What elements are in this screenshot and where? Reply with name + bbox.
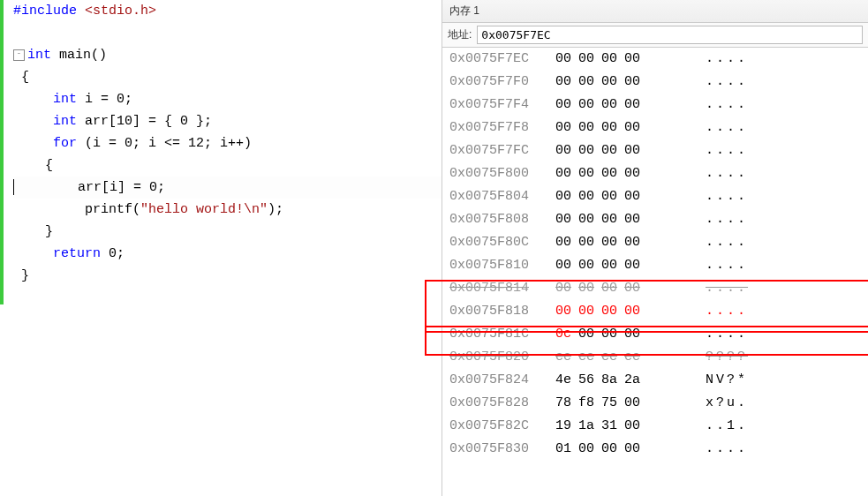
arr-assign-line: arr[i] = 0; bbox=[14, 180, 165, 195]
memory-row: 0x0075F81800000000.... bbox=[442, 300, 868, 323]
memory-ascii: .... bbox=[706, 185, 748, 208]
memory-address: 0x0075F808 bbox=[449, 208, 555, 231]
memory-address: 0x0075F820 bbox=[449, 346, 555, 369]
memory-bytes: 00000000 bbox=[555, 48, 706, 71]
type-kw: int bbox=[27, 48, 51, 63]
memory-row: 0x0075F80000000000.... bbox=[442, 162, 868, 185]
memory-ascii: .... bbox=[706, 162, 748, 185]
memory-bytes: 01000000 bbox=[555, 438, 706, 461]
type-kw: int bbox=[53, 92, 77, 107]
memory-address: 0x0075F80C bbox=[449, 231, 555, 254]
memory-ascii: .... bbox=[706, 208, 748, 231]
change-marker bbox=[0, 0, 4, 304]
memory-ascii: NV?* bbox=[706, 369, 748, 392]
memory-bytes: 191a3100 bbox=[555, 415, 706, 438]
memory-address: 0x0075F824 bbox=[449, 369, 555, 392]
memory-address: 0x0075F818 bbox=[449, 300, 555, 323]
memory-address: 0x0075F7F4 bbox=[449, 94, 555, 116]
memory-row: 0x0075F81400000000.... bbox=[442, 277, 868, 300]
memory-ascii: .... bbox=[706, 231, 748, 254]
memory-row: 0x0075F7F000000000.... bbox=[442, 71, 868, 94]
memory-bytes: 00000000 bbox=[555, 277, 706, 300]
memory-bytes: 4e568a2a bbox=[555, 369, 706, 392]
memory-address: 0x0075F828 bbox=[449, 392, 555, 415]
code-editor[interactable]: #include <stdio.h> -int main() { int i =… bbox=[0, 0, 442, 496]
memory-bytes: 00000000 bbox=[555, 162, 706, 185]
memory-address: 0x0075F814 bbox=[449, 277, 555, 300]
memory-row: 0x0075F7FC00000000.... bbox=[442, 139, 868, 162]
memory-ascii: .... bbox=[706, 71, 748, 94]
memory-ascii: ..1. bbox=[706, 415, 748, 438]
memory-rows: 0x0075F7EC00000000....0x0075F7F000000000… bbox=[442, 48, 868, 461]
memory-ascii: .... bbox=[706, 116, 748, 139]
memory-bytes: 00000000 bbox=[555, 139, 706, 162]
memory-ascii: .... bbox=[706, 254, 748, 277]
preproc-kw: #include bbox=[13, 4, 77, 19]
memory-ascii: .... bbox=[706, 94, 748, 116]
type-kw: int bbox=[53, 114, 77, 129]
memory-row: 0x0075F82878f87500x?u. bbox=[442, 392, 868, 415]
memory-address: 0x0075F7F0 bbox=[449, 71, 555, 94]
memory-ascii: ???? bbox=[706, 346, 748, 369]
memory-row: 0x0075F81000000000.... bbox=[442, 254, 868, 277]
memory-bytes: 00000000 bbox=[555, 185, 706, 208]
memory-bytes: 78f87500 bbox=[555, 392, 706, 415]
memory-address: 0x0075F82C bbox=[449, 415, 555, 438]
memory-row: 0x0075F81C0c000000.... bbox=[442, 323, 868, 346]
brace-close-line: } bbox=[13, 221, 442, 243]
main-decl: main() bbox=[51, 48, 107, 63]
memory-ascii: .... bbox=[706, 139, 748, 162]
memory-ascii: .... bbox=[706, 48, 748, 71]
memory-row: 0x0075F80C00000000.... bbox=[442, 231, 868, 254]
memory-bytes: 0c000000 bbox=[555, 323, 706, 346]
memory-bytes: 00000000 bbox=[555, 71, 706, 94]
memory-address: 0x0075F810 bbox=[449, 254, 555, 277]
memory-panel: 内存 1 地址: 0x0075F7EC00000000....0x0075F7F… bbox=[442, 0, 868, 496]
memory-row: 0x0075F7F400000000.... bbox=[442, 94, 868, 116]
memory-ascii: .... bbox=[706, 323, 748, 346]
memory-address: 0x0075F800 bbox=[449, 162, 555, 185]
memory-row: 0x0075F820cccccccc???? bbox=[442, 346, 868, 369]
memory-bytes: 00000000 bbox=[555, 254, 706, 277]
brace-open: { bbox=[21, 70, 29, 85]
memory-bytes: 00000000 bbox=[555, 94, 706, 116]
address-input[interactable] bbox=[477, 26, 863, 44]
memory-address: 0x0075F804 bbox=[449, 185, 555, 208]
memory-bytes: 00000000 bbox=[555, 231, 706, 254]
brace-line: { bbox=[13, 154, 442, 177]
memory-row: 0x0075F7EC00000000.... bbox=[442, 48, 868, 71]
memory-panel-title: 内存 1 bbox=[442, 0, 868, 23]
memory-row: 0x0075F7F800000000.... bbox=[442, 116, 868, 139]
for-kw: for bbox=[53, 136, 77, 151]
address-label: 地址: bbox=[448, 27, 472, 42]
memory-bytes: 00000000 bbox=[555, 300, 706, 323]
memory-address: 0x0075F81C bbox=[449, 323, 555, 346]
memory-address: 0x0075F7F8 bbox=[449, 116, 555, 139]
string-literal: "hello world!\n" bbox=[140, 202, 268, 217]
memory-row: 0x0075F80800000000.... bbox=[442, 208, 868, 231]
memory-row: 0x0075F82C191a3100..1. bbox=[442, 415, 868, 438]
memory-bytes: 00000000 bbox=[555, 116, 706, 139]
brace-close: } bbox=[21, 268, 29, 283]
memory-row: 0x0075F8244e568a2aNV?* bbox=[442, 369, 868, 392]
fold-icon[interactable]: - bbox=[13, 49, 25, 61]
memory-ascii: .... bbox=[706, 277, 748, 300]
memory-row: 0x0075F83001000000.... bbox=[442, 438, 868, 461]
memory-bytes: 00000000 bbox=[555, 208, 706, 231]
memory-address: 0x0075F830 bbox=[449, 438, 555, 461]
memory-ascii: .... bbox=[706, 300, 748, 323]
memory-ascii: .... bbox=[706, 438, 748, 461]
memory-address: 0x0075F7FC bbox=[449, 139, 555, 162]
return-kw: return bbox=[53, 246, 101, 261]
memory-ascii: x?u. bbox=[706, 392, 748, 415]
memory-address: 0x0075F7EC bbox=[449, 48, 555, 71]
include-lib: <stdio.h> bbox=[85, 4, 156, 19]
memory-bytes: cccccccc bbox=[555, 346, 706, 369]
memory-row: 0x0075F80400000000.... bbox=[442, 185, 868, 208]
